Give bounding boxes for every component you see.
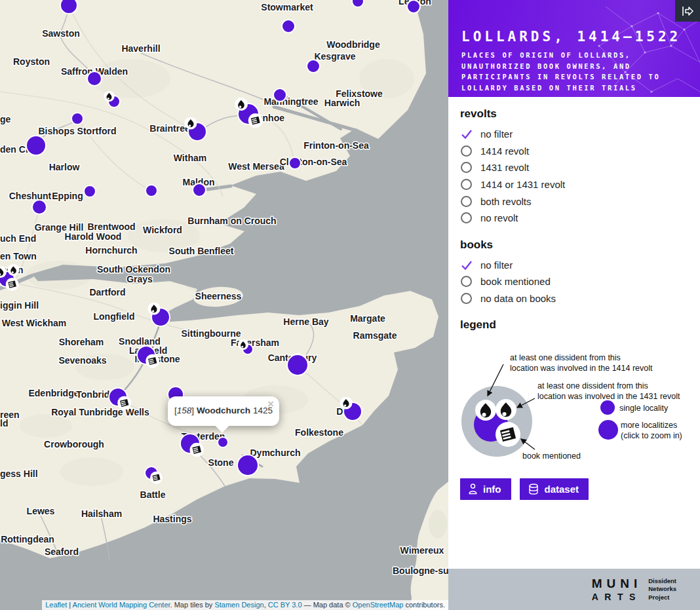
map-marker[interactable] — [32, 200, 47, 214]
map-label-kesgrave: Kesgrave — [314, 51, 355, 62]
map-label-shoreham: Shoreham — [59, 337, 104, 347]
books-option-no-filter[interactable]: no filter — [460, 257, 700, 274]
dataset-button[interactable]: dataset — [520, 478, 589, 500]
map-marker[interactable] — [87, 71, 102, 86]
app-subtitle-line4: LOLLARDY BASED ON THEIR TRIALS — [461, 83, 700, 94]
map-label-sawston: Sawston — [42, 28, 80, 39]
map-label-wickford: Wickford — [143, 225, 182, 235]
map-label-epping: Epping — [52, 191, 83, 201]
radio-icon — [460, 179, 473, 190]
attribution-link-openstreetmap[interactable]: OpenStreetMap — [353, 601, 404, 609]
revolts-option-both-revolts[interactable]: both revolts — [460, 193, 700, 210]
app-subtitle-line3: PARTICIPANTS IN REVOLTS RELATED TO — [461, 71, 700, 83]
map-canvas[interactable]: StowmarketLeistonSawstonHaverhillWoodbri… — [0, 0, 448, 610]
map-marker[interactable] — [26, 136, 46, 155]
map-label-boulogne-sur-m: Boulogne-sur-M — [393, 565, 448, 576]
map-marker[interactable] — [287, 354, 308, 375]
attribution-link-leaflet[interactable]: Leaflet — [45, 601, 67, 609]
radio-circle — [461, 145, 472, 157]
map-label-crowborough: Crowborough — [44, 439, 104, 449]
map-label-south-benfleet: South Benfleet — [169, 246, 234, 256]
revolts-option-no-filter[interactable]: no filter — [460, 126, 700, 143]
legend-1414-annotation-line2: location was involved in the 1414 revolt — [510, 364, 653, 373]
map-marker[interactable] — [307, 60, 320, 73]
map-label-lewes: Lewes — [27, 506, 55, 516]
attribution-text: . Map tiles by — [170, 601, 215, 609]
radio-icon — [460, 212, 473, 223]
option-label: no data on books — [480, 293, 556, 304]
radio-circle — [461, 162, 472, 173]
legend-1414-annotation-line1: at least one dissident from this — [510, 353, 621, 362]
map-label-harold-wood: Harold Wood — [65, 231, 122, 242]
map-label-gess-hill: gess Hill — [0, 468, 38, 479]
arts-line: ARTS — [592, 592, 642, 601]
map-marker[interactable] — [237, 455, 258, 476]
map-label-en-town: en Town — [0, 251, 37, 261]
map-label-royal-tunbridge-wells: Royal Tunbridge Wells — [51, 407, 149, 417]
legend-1431-annotation-line2: location was involved in the 1431 revolt — [537, 392, 680, 401]
map-label-stowmarket: Stowmarket — [261, 2, 313, 12]
sidebar-collapse-button[interactable] — [675, 0, 700, 22]
radio-icon — [460, 293, 473, 304]
map-label-felixstowe: Felixstowe — [336, 88, 383, 99]
map-marker[interactable] — [218, 437, 228, 448]
legend-more-localities-label-line2: (click to zoom in) — [621, 431, 682, 440]
map-attribution: Leaflet | Ancient World Mapping Center. … — [42, 600, 448, 610]
map-marker[interactable] — [60, 0, 77, 14]
map-label-rottingdean: Rottingdean — [1, 534, 54, 544]
dataset-button-label: dataset — [545, 484, 579, 495]
map-label-uch-end: uch End — [0, 233, 36, 244]
sidebar-footer: MUNI ARTS Dissident Networks Project — [448, 569, 700, 610]
basemap-svg: StowmarketLeistonSawstonHaverhillWoodbri… — [0, 0, 448, 610]
revolts-option-1414-or-1431-revolt[interactable]: 1414 or 1431 revolt — [460, 176, 700, 193]
check-icon — [460, 259, 473, 271]
attribution-link-stamen-design[interactable]: Stamen Design — [214, 601, 263, 609]
popup-record-number: 158 — [177, 406, 192, 415]
map-label-wimereux: Wimereux — [400, 545, 444, 556]
attribution-link-cc-by-3-0[interactable]: CC BY 3.0 — [268, 601, 302, 609]
sidebar-header: LOLLARDS, 1414–1522 PLACES OF ORIGIN OF … — [448, 0, 700, 97]
map-label-royston: Royston — [13, 56, 50, 67]
map-marker[interactable] — [282, 20, 295, 33]
map-label-hastings: Hastings — [153, 514, 191, 524]
revolts-option-1414-revolt[interactable]: 1414 revolt — [460, 143, 700, 160]
muni-wordmark: MUNI ARTS — [592, 577, 642, 601]
map-label-folkestone: Folkestone — [295, 427, 343, 438]
popup-place-name: Woodchurch — [197, 406, 250, 415]
legend-diagram: at least one dissident from this locatio… — [448, 334, 700, 467]
info-button[interactable]: info — [460, 478, 511, 500]
map-label-longfield: Longfield — [94, 311, 135, 322]
legend-more-localities-dot — [598, 420, 618, 440]
action-buttons: info dataset — [460, 478, 700, 500]
map-marker[interactable] — [146, 185, 157, 197]
map-popup: [158] Woodchurch 1425 × — [168, 396, 279, 426]
radio-circle — [461, 212, 472, 223]
revolts-option-1431-revolt[interactable]: 1431 revolt — [460, 159, 700, 176]
attribution-link-ancient-world-mapping-center[interactable]: Ancient World Mapping Center — [73, 601, 170, 609]
map-marker[interactable] — [289, 157, 301, 169]
map-marker[interactable] — [84, 185, 96, 197]
map-label-grays: Grays — [126, 274, 153, 284]
map-label-sevenoaks: Sevenoaks — [58, 355, 106, 366]
legend-heading: legend — [460, 318, 700, 332]
popup-close-button[interactable]: × — [267, 398, 274, 410]
option-label: book mentioned — [480, 276, 551, 287]
map-label-seaford: Seaford — [45, 546, 79, 557]
muni-arts-logo: MUNI ARTS Dissident Networks Project — [592, 577, 676, 601]
map-label-dymchurch: Dymchurch — [250, 448, 300, 458]
map-marker[interactable] — [71, 113, 83, 124]
books-option-book-mentioned[interactable]: book mentioned — [460, 273, 700, 290]
books-option-no-data-on-books[interactable]: no data on books — [460, 290, 700, 307]
map-marker[interactable] — [407, 0, 420, 13]
map-marker[interactable] — [193, 183, 206, 197]
map-label-west-mersea: West Mersea — [228, 161, 284, 172]
map-label-ge: ge — [0, 114, 11, 124]
attribution-text: contributors. — [403, 601, 445, 609]
revolts-option-no-revolt[interactable]: no revolt — [460, 210, 700, 227]
legend-more-localities-label-line1: more localitizes — [621, 421, 677, 430]
map-label-haverhill: Haverhill — [121, 43, 160, 54]
map-marker[interactable] — [273, 88, 286, 102]
option-label: 1431 revolt — [480, 162, 529, 173]
map-label-ramsgate: Ramsgate — [353, 330, 397, 341]
map-marker[interactable] — [352, 0, 364, 7]
